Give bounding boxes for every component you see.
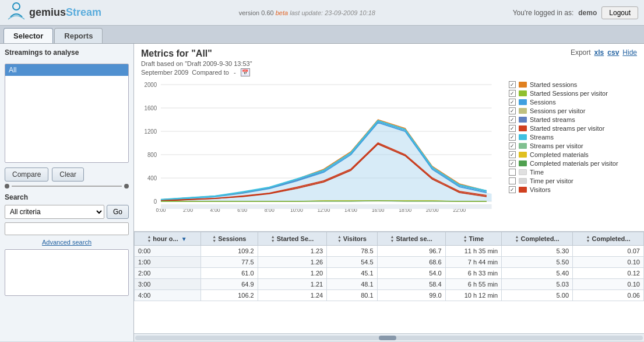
legend-cb-time[interactable] — [509, 169, 516, 176]
hscroll-track[interactable] — [135, 336, 643, 340]
cell-hour-3: 3:00 — [135, 279, 201, 290]
legend-cb-streams[interactable] — [509, 134, 516, 141]
legend-label-started-streams-per-visitor: Started streams per visitor — [530, 125, 604, 132]
compared-to-label: Compared to — [192, 69, 229, 76]
legend-color-started-sessions-per-visitor — [519, 90, 527, 96]
main-layout: Streamings to analyse All Compare Clear … — [0, 44, 644, 341]
username: demo — [578, 9, 597, 17]
cell-time-0: 11 h 35 min — [445, 246, 502, 257]
th-sessions[interactable]: ▲▼ Sessions — [201, 232, 258, 246]
button-row: Compare Clear — [5, 167, 129, 182]
clear-button[interactable]: Clear — [52, 167, 84, 182]
criteria-row: All criteria Go — [5, 205, 129, 219]
sort-arrows-started-streams: ▲▼ — [390, 235, 394, 243]
tab-selector[interactable]: Selector — [3, 28, 53, 43]
version-info: version 0.60 beta last update: 23-09-200… — [101, 9, 513, 16]
th-started-streams-sort[interactable]: ▲▼ Started se... — [381, 235, 442, 243]
th-started-streams[interactable]: ▲▼ Started se... — [377, 232, 445, 246]
legend-item-time-per-visitor: Time per visitor — [509, 177, 637, 184]
legend-cb-sessions[interactable] — [509, 99, 516, 106]
hide-chart-button[interactable]: Hide — [622, 48, 637, 57]
chart-area: 2000 1600 1200 800 400 0 — [141, 79, 503, 226]
logo-icon — [6, 1, 27, 25]
th-hour-sort[interactable]: ▲▼ hour o... ▼ — [138, 235, 197, 243]
th-visitors[interactable]: ▲▼ Visitors — [327, 232, 377, 246]
sort-arrows-sessions: ▲▼ — [212, 235, 216, 243]
advanced-search-link[interactable]: Advanced search — [5, 239, 129, 246]
cell-sessions-0: 109.2 — [201, 246, 258, 257]
slider-row — [5, 184, 129, 189]
table-row: 2:0061.01.2045.154.06 h 33 min5.400.12 — [135, 268, 644, 279]
legend-cb-sessions-per-visitor[interactable] — [509, 107, 516, 114]
chart-date-row: September 2009 Compared to - 📅 — [141, 68, 252, 76]
cell-sessions-3: 64.9 — [201, 279, 258, 290]
cell-visitors-4: 80.1 — [327, 290, 377, 301]
legend-item-started-streams: Started streams — [509, 116, 637, 123]
cell-hour-1: 1:00 — [135, 257, 201, 268]
streamings-list[interactable]: All — [5, 64, 129, 163]
legend-cb-started-sessions-per-visitor[interactable] — [509, 90, 516, 97]
tab-bar: Selector Reports — [0, 26, 644, 44]
legend-cb-completed-materials[interactable] — [509, 151, 516, 158]
legend-cb-completed-materials-per-visitor[interactable] — [509, 160, 516, 167]
slider-handle-right[interactable] — [124, 184, 129, 189]
cell-sessions-2: 61.0 — [201, 268, 258, 279]
cell-visitors-3: 48.1 — [327, 279, 377, 290]
tab-reports[interactable]: Reports — [54, 28, 103, 43]
table-row: 4:00106.21.2480.199.010 h 12 min5.000.06 — [135, 290, 644, 301]
slider-track[interactable] — [12, 186, 122, 187]
legend-color-started-sessions — [519, 82, 527, 88]
export-xls-link[interactable]: xls — [594, 48, 604, 57]
th-sessions-sort[interactable]: ▲▼ Sessions — [205, 235, 254, 243]
col-menu-hour[interactable]: ▼ — [180, 236, 188, 242]
cell-completed1-4: 5.00 — [502, 290, 573, 301]
chart-date-label: September 2009 — [141, 69, 188, 76]
legend-color-completed-materials-per-visitor — [519, 160, 527, 166]
horizontal-scrollbar[interactable] — [134, 333, 644, 341]
logout-button[interactable]: Logout — [601, 6, 638, 19]
th-time-sort[interactable]: ▲▼ Time — [449, 235, 498, 243]
slider-handle-left[interactable] — [5, 184, 9, 189]
svg-text:800: 800 — [147, 152, 157, 158]
metrics-title: Metrics for "All" — [141, 48, 252, 59]
legend-cb-started-streams[interactable] — [509, 116, 516, 123]
table-row: 1:0077.51.2654.568.67 h 44 min5.500.10 — [135, 257, 644, 268]
th-completed2-sort[interactable]: ▲▼ Completed... — [576, 235, 640, 243]
table-body: 0:00109.21.2378.596.711 h 35 min5.300.07… — [135, 246, 644, 301]
export-csv-link[interactable]: csv — [607, 48, 619, 57]
compare-button[interactable]: Compare — [5, 167, 48, 182]
go-button[interactable]: Go — [107, 205, 129, 219]
legend-item-streams-per-visitor: Streams per visitor — [509, 142, 637, 149]
th-started-sessions[interactable]: ▲▼ Started Se... — [258, 232, 327, 246]
legend-color-started-streams — [519, 117, 527, 123]
criteria-select[interactable]: All criteria — [5, 205, 104, 219]
legend-cb-streams-per-visitor[interactable] — [509, 142, 516, 149]
th-completed2[interactable]: ▲▼ Completed... — [573, 232, 644, 246]
legend-cb-time-per-visitor[interactable] — [509, 177, 516, 184]
cell-time-2: 6 h 33 min — [445, 268, 502, 279]
cell-time-1: 7 h 44 min — [445, 257, 502, 268]
logo-brand-text: gemiusStream — [29, 6, 101, 19]
streaming-item-all[interactable]: All — [5, 64, 128, 76]
legend-color-time-per-visitor — [519, 178, 527, 184]
search-input[interactable] — [5, 222, 129, 235]
legend-cb-visitors[interactable] — [509, 186, 516, 193]
th-completed1-sort[interactable]: ▲▼ Completed... — [505, 235, 569, 243]
th-time[interactable]: ▲▼ Time — [445, 232, 502, 246]
th-started-streams-label: Started se... — [396, 235, 432, 242]
table-wrapper[interactable]: ▲▼ hour o... ▼ ▲▼ Sessions — [134, 232, 644, 333]
version-number: version 0.60 — [239, 9, 274, 16]
search-results-box — [5, 249, 129, 296]
calendar-icon[interactable]: 📅 — [241, 68, 250, 76]
logged-in-label: You're logged in as: — [513, 9, 574, 17]
th-visitors-sort[interactable]: ▲▼ Visitors — [330, 235, 373, 243]
cell-hour-0: 0:00 — [135, 246, 201, 257]
cell-completed2-1: 0.10 — [573, 257, 644, 268]
legend-label-visitors: Visitors — [530, 186, 551, 193]
th-started-sessions-sort[interactable]: ▲▼ Started Se... — [262, 235, 323, 243]
legend-cb-started-sessions[interactable] — [509, 81, 516, 88]
hscroll-thumb[interactable] — [379, 336, 396, 340]
th-hour[interactable]: ▲▼ hour o... ▼ — [135, 232, 201, 246]
th-completed1[interactable]: ▲▼ Completed... — [502, 232, 573, 246]
legend-cb-started-streams-per-visitor[interactable] — [509, 125, 516, 132]
